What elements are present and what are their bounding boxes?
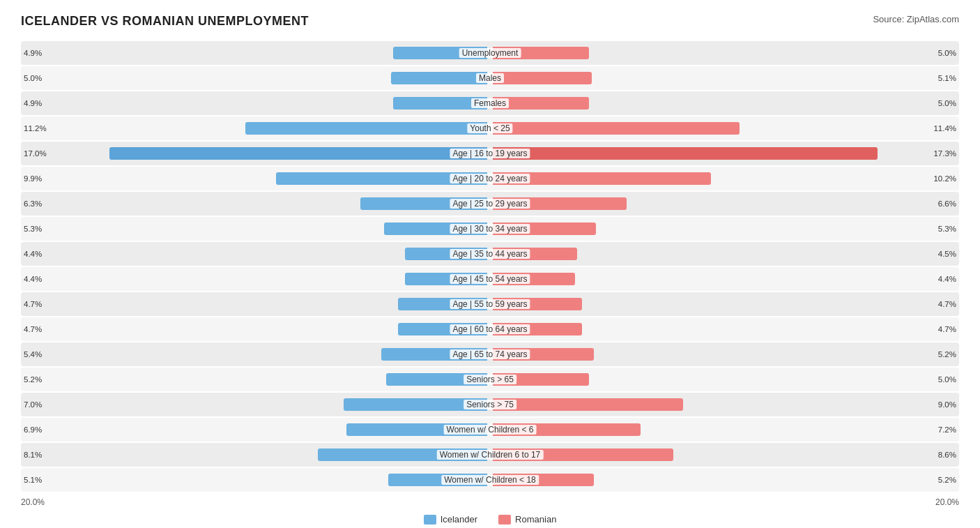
- left-section: 6.9%: [21, 418, 490, 442]
- left-value-label: 4.7%: [24, 325, 42, 333]
- row-label: Age | 25 to 29 years: [450, 199, 530, 209]
- bars-container: 8.1% Women w/ Children 6 to 17 8.6%: [21, 443, 959, 467]
- left-value-label: 17.0%: [24, 149, 47, 158]
- row-label: Age | 65 to 74 years: [450, 349, 530, 359]
- row-label: Women w/ Children < 18: [441, 475, 539, 485]
- chart-row: 5.4% Age | 65 to 74 years 5.2%: [21, 342, 959, 366]
- legend-icelander-label: Icelander: [441, 514, 477, 525]
- left-value-label: 8.1%: [24, 451, 42, 459]
- left-section: 5.3%: [21, 217, 490, 241]
- chart-row: 5.1% Women w/ Children < 18 5.2%: [21, 468, 959, 492]
- right-section: 8.6%: [490, 443, 959, 467]
- right-section: 5.0%: [490, 91, 959, 115]
- right-value-label: 17.3%: [933, 149, 956, 158]
- chart-row: 5.0% Males 5.1%: [21, 66, 959, 90]
- right-section: 9.0%: [490, 393, 959, 416]
- chart-source: Source: ZipAtlas.com: [873, 14, 959, 24]
- row-label: Males: [476, 73, 504, 83]
- right-value-label: 9.0%: [938, 400, 956, 409]
- right-value-label: 6.6%: [938, 199, 956, 208]
- chart-row: 5.3% Age | 30 to 34 years 5.3%: [21, 217, 959, 241]
- right-value-label: 5.0%: [938, 375, 956, 384]
- right-section: 4.7%: [490, 292, 959, 316]
- left-section: 8.1%: [21, 443, 490, 467]
- row-label: Seniors > 65: [464, 375, 516, 384]
- left-section: 5.2%: [21, 368, 490, 391]
- left-section: 4.9%: [21, 41, 490, 65]
- right-section: 5.0%: [490, 41, 959, 65]
- chart-row: 4.7% Age | 55 to 59 years 4.7%: [21, 292, 959, 316]
- left-value-label: 5.3%: [24, 225, 42, 233]
- left-value-label: 11.2%: [24, 124, 47, 133]
- romanian-bar: [493, 72, 592, 84]
- left-value-label: 5.1%: [24, 476, 42, 484]
- icelander-bar: [245, 122, 487, 135]
- right-section: 4.4%: [490, 267, 959, 291]
- chart-row: 4.7% Age | 60 to 64 years 4.7%: [21, 317, 959, 341]
- bars-container: 17.0% Age | 16 to 19 years 17.3%: [21, 142, 959, 165]
- left-section: 17.0%: [21, 142, 490, 165]
- left-value-label: 5.4%: [24, 350, 42, 359]
- right-value-label: 7.2%: [938, 425, 956, 434]
- bars-container: 7.0% Seniors > 75 9.0%: [21, 393, 959, 416]
- right-section: 5.1%: [490, 66, 959, 90]
- left-value-label: 9.9%: [24, 174, 42, 183]
- chart-row: 17.0% Age | 16 to 19 years 17.3%: [21, 142, 959, 165]
- chart-row: 6.3% Age | 25 to 29 years 6.6%: [21, 192, 959, 216]
- bars-container: 4.7% Age | 60 to 64 years 4.7%: [21, 317, 959, 341]
- left-section: 4.4%: [21, 267, 490, 291]
- right-section: 5.2%: [490, 468, 959, 492]
- chart-row: 6.9% Women w/ Children < 6 7.2%: [21, 418, 959, 442]
- chart-row: 8.1% Women w/ Children 6 to 17 8.6%: [21, 443, 959, 467]
- legend-icelander-box: [424, 515, 436, 525]
- chart-row: 11.2% Youth < 25 11.4%: [21, 116, 959, 140]
- left-value-label: 5.0%: [24, 74, 42, 82]
- right-section: 4.7%: [490, 317, 959, 341]
- left-section: 5.4%: [21, 342, 490, 366]
- right-value-label: 4.7%: [938, 325, 956, 333]
- right-value-label: 5.2%: [938, 476, 956, 484]
- row-label: Age | 35 to 44 years: [450, 249, 530, 259]
- bars-container: 4.4% Age | 35 to 44 years 4.5%: [21, 242, 959, 266]
- bars-container: 4.4% Age | 45 to 54 years 4.4%: [21, 267, 959, 291]
- chart-area: 4.9% Unemployment 5.0% 5.0% Males 5.1: [21, 41, 959, 492]
- left-value-label: 4.7%: [24, 300, 42, 308]
- icelander-bar: [391, 72, 487, 84]
- left-section: 4.7%: [21, 292, 490, 316]
- left-section: 4.9%: [21, 91, 490, 115]
- legend-icelander: Icelander: [424, 514, 477, 525]
- left-value-label: 4.4%: [24, 250, 42, 258]
- bars-container: 5.1% Women w/ Children < 18 5.2%: [21, 468, 959, 492]
- left-section: 11.2%: [21, 116, 490, 140]
- chart-row: 4.4% Age | 35 to 44 years 4.5%: [21, 242, 959, 266]
- right-section: 5.0%: [490, 368, 959, 391]
- row-label: Age | 20 to 24 years: [450, 174, 530, 183]
- axis-left: 20.0%: [21, 497, 45, 507]
- legend-romanian: Romanian: [498, 514, 556, 525]
- row-label: Women w/ Children 6 to 17: [437, 450, 544, 460]
- right-value-label: 4.4%: [938, 275, 956, 283]
- chart-title: ICELANDER VS ROMANIAN UNEMPLOYMENT: [21, 14, 309, 29]
- left-value-label: 6.9%: [24, 425, 42, 434]
- row-label: Age | 30 to 34 years: [450, 224, 530, 234]
- bars-container: 6.9% Women w/ Children < 6 7.2%: [21, 418, 959, 442]
- right-value-label: 4.7%: [938, 300, 956, 308]
- right-value-label: 5.3%: [938, 225, 956, 233]
- bars-container: 5.0% Males 5.1%: [21, 66, 959, 90]
- bars-container: 6.3% Age | 25 to 29 years 6.6%: [21, 192, 959, 216]
- bars-container: 5.4% Age | 65 to 74 years 5.2%: [21, 342, 959, 366]
- right-value-label: 5.1%: [938, 74, 956, 82]
- chart-row: 4.9% Females 5.0%: [21, 91, 959, 115]
- bars-container: 4.7% Age | 55 to 59 years 4.7%: [21, 292, 959, 316]
- row-label: Age | 16 to 19 years: [450, 149, 530, 158]
- chart-header: ICELANDER VS ROMANIAN UNEMPLOYMENT Sourc…: [21, 14, 959, 29]
- row-label: Age | 55 to 59 years: [450, 299, 530, 309]
- left-section: 5.0%: [21, 66, 490, 90]
- row-label: Youth < 25: [467, 123, 512, 133]
- bars-container: 5.2% Seniors > 65 5.0%: [21, 368, 959, 391]
- left-section: 5.1%: [21, 468, 490, 492]
- chart-row: 7.0% Seniors > 75 9.0%: [21, 393, 959, 416]
- left-section: 4.7%: [21, 317, 490, 341]
- left-section: 6.3%: [21, 192, 490, 216]
- romanian-bar: [493, 147, 878, 160]
